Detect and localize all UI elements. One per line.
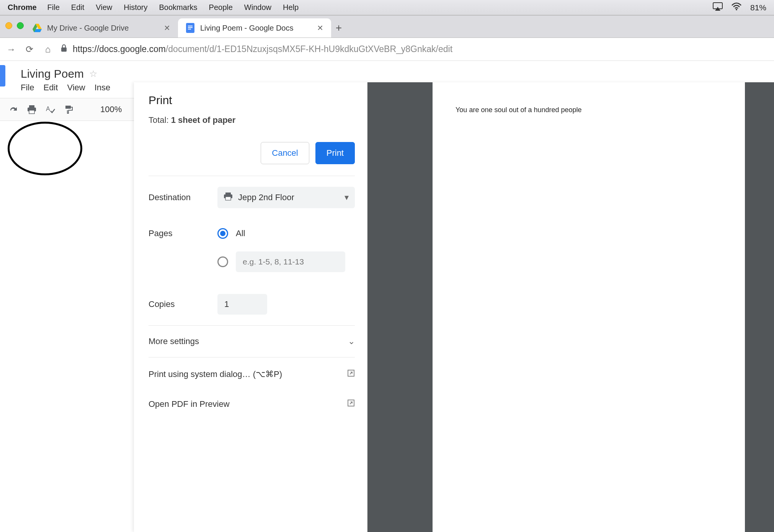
- print-title: Print: [149, 94, 355, 107]
- pages-label: Pages: [149, 228, 210, 238]
- svg-rect-16: [225, 193, 231, 194]
- macos-menu-people[interactable]: People: [209, 3, 233, 12]
- print-dialog: Print Total: 1 sheet of paper Cancel Pri…: [134, 82, 774, 532]
- docs-menu-view[interactable]: View: [67, 83, 85, 93]
- cancel-button[interactable]: Cancel: [261, 142, 309, 164]
- print-icon[interactable]: [26, 104, 38, 115]
- pages-all-label: All: [236, 228, 245, 238]
- docs-menu-file[interactable]: File: [21, 83, 34, 93]
- docs-logo-icon[interactable]: [0, 65, 5, 86]
- doc-title[interactable]: Living Poem: [21, 67, 84, 80]
- airplay-icon[interactable]: [713, 2, 723, 13]
- pages-all-radio[interactable]: [217, 228, 228, 239]
- destination-select[interactable]: Jepp 2nd Floor ▾: [217, 187, 355, 208]
- macos-menubar: Chrome File Edit View History Bookmarks …: [0, 0, 774, 15]
- open-pdf-link[interactable]: Open PDF in Preview: [149, 387, 355, 421]
- print-sidebar: Print Total: 1 sheet of paper Cancel Pri…: [134, 82, 367, 532]
- macos-menu-view[interactable]: View: [96, 3, 112, 12]
- docs-menu-bar: File Edit View Inse: [0, 82, 134, 98]
- svg-rect-8: [188, 27, 193, 28]
- close-icon[interactable]: ✕: [164, 23, 170, 33]
- svg-rect-7: [188, 26, 193, 26]
- paint-format-icon[interactable]: [63, 104, 74, 115]
- url-host: https://docs.google.com: [73, 44, 166, 54]
- star-icon[interactable]: ☆: [89, 69, 98, 79]
- destination-value: Jepp 2nd Floor: [238, 193, 294, 202]
- chevron-down-icon: ⌄: [348, 336, 355, 346]
- svg-rect-10: [61, 47, 67, 52]
- url-field[interactable]: https://docs.google.com/document/d/1-ED1…: [60, 44, 769, 54]
- macos-menu-file[interactable]: File: [47, 3, 60, 12]
- spellcheck-icon[interactable]: A: [44, 104, 56, 115]
- reload-icon[interactable]: ⟳: [24, 44, 35, 55]
- print-preview-area[interactable]: You are one soul out of a hundred people: [367, 82, 774, 532]
- svg-rect-15: [65, 106, 71, 109]
- forward-icon[interactable]: →: [5, 44, 17, 55]
- close-icon[interactable]: ✕: [317, 23, 323, 33]
- svg-rect-9: [188, 29, 191, 29]
- printer-icon: [224, 192, 233, 203]
- docs-app: Living Poem ☆ File Edit View Inse A 100%: [0, 61, 134, 121]
- address-bar: → ⟳ ⌂ https://docs.google.com/document/d…: [0, 38, 774, 61]
- copies-label: Copies: [149, 299, 210, 309]
- macos-menu-edit[interactable]: Edit: [71, 3, 84, 12]
- drive-favicon-icon: [33, 23, 42, 33]
- print-total: Total: 1 sheet of paper: [149, 115, 355, 125]
- svg-rect-11: [29, 105, 34, 108]
- more-settings-toggle[interactable]: More settings ⌄: [149, 325, 355, 357]
- preview-page: You are one soul out of a hundred people: [433, 82, 745, 532]
- tab-title: My Drive - Google Drive: [47, 24, 129, 33]
- destination-label: Destination: [149, 193, 210, 202]
- tab-strip: My Drive - Google Drive ✕ Living Poem - …: [0, 16, 774, 38]
- external-link-icon: [347, 399, 355, 409]
- docs-menu-edit[interactable]: Edit: [43, 83, 58, 93]
- pages-custom-input[interactable]: [236, 251, 345, 272]
- docs-favicon-icon: [186, 23, 195, 33]
- tab-drive[interactable]: My Drive - Google Drive ✕: [25, 18, 178, 38]
- annotation-circle: [8, 122, 82, 175]
- lock-icon: [60, 44, 67, 54]
- macos-menu-bookmarks[interactable]: Bookmarks: [159, 3, 198, 12]
- chrome-window: My Drive - Google Drive ✕ Living Poem - …: [0, 15, 774, 61]
- svg-rect-13: [29, 110, 34, 114]
- tab-title: Living Poem - Google Docs: [200, 24, 293, 33]
- pages-custom-radio[interactable]: [217, 256, 228, 267]
- macos-menu-history[interactable]: History: [124, 3, 147, 12]
- svg-text:A: A: [46, 106, 50, 112]
- home-icon[interactable]: ⌂: [42, 44, 54, 55]
- docs-toolbar: A 100%: [0, 98, 134, 121]
- zoom-level[interactable]: 100%: [100, 104, 122, 114]
- docs-menu-insert[interactable]: Inse: [95, 83, 111, 93]
- svg-point-2: [736, 9, 737, 10]
- macos-menu-help[interactable]: Help: [283, 3, 299, 12]
- external-link-icon: [347, 369, 355, 379]
- print-button[interactable]: Print: [315, 142, 355, 164]
- chevron-down-icon: ▾: [345, 193, 349, 202]
- redo-icon[interactable]: [8, 104, 19, 115]
- copies-input[interactable]: [217, 294, 267, 315]
- preview-text: You are one soul out of a hundred people: [456, 106, 722, 114]
- macos-app-name[interactable]: Chrome: [8, 3, 37, 12]
- battery-percent: 81%: [750, 3, 766, 12]
- wifi-icon[interactable]: [731, 2, 742, 13]
- svg-rect-18: [225, 197, 231, 200]
- system-dialog-link[interactable]: Print using system dialog… (⌥⌘P): [149, 357, 355, 391]
- window-traffic-lights[interactable]: [5, 22, 24, 29]
- tab-docs[interactable]: Living Poem - Google Docs ✕: [178, 18, 331, 38]
- url-path: /document/d/1-ED15NzuxjsqsMX5F-KH-hU9kdk…: [166, 44, 452, 54]
- macos-menu-window[interactable]: Window: [244, 3, 271, 12]
- new-tab-button[interactable]: +: [331, 18, 346, 38]
